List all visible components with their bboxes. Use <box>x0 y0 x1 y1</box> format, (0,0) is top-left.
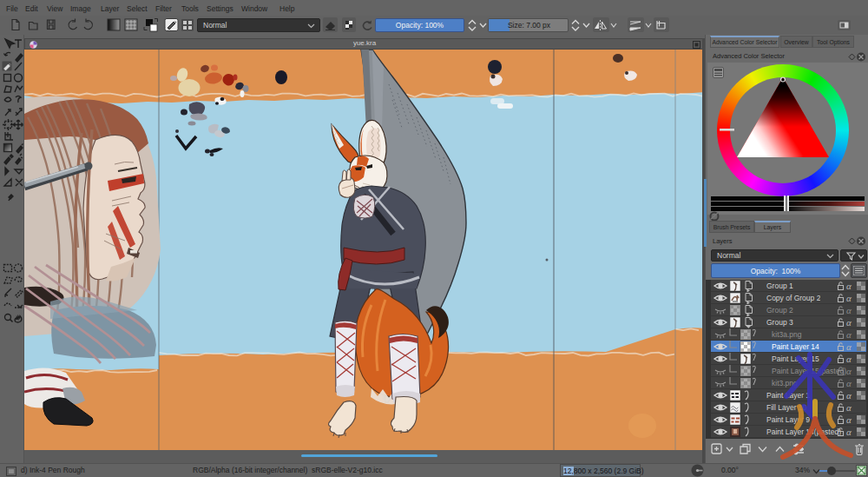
svg-text:α: α <box>846 281 852 291</box>
svg-text:α: α <box>846 293 852 303</box>
svg-text:α: α <box>846 329 852 340</box>
svg-text:α: α <box>846 317 852 328</box>
svg-text:α: α <box>846 305 852 315</box>
